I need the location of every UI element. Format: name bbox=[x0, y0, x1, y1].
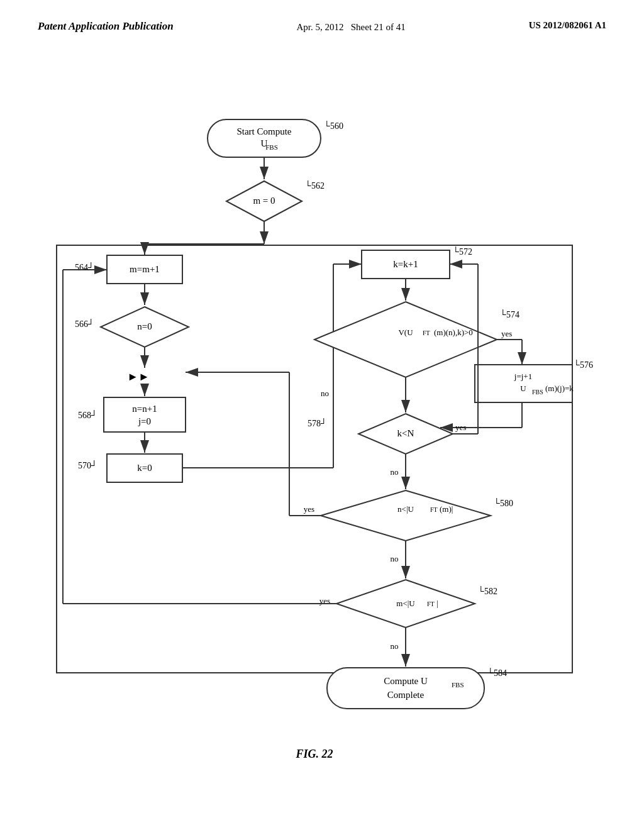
svg-text:(m)|: (m)| bbox=[440, 504, 453, 514]
svg-text:no: no bbox=[391, 467, 399, 477]
svg-text:m<|U: m<|U bbox=[396, 599, 415, 608]
svg-rect-25 bbox=[104, 397, 186, 432]
svg-marker-67 bbox=[321, 490, 491, 541]
svg-text:FT: FT bbox=[423, 329, 430, 336]
svg-text:(m)(n),k)>0: (m)(n),k)>0 bbox=[434, 328, 473, 337]
svg-text:►►: ►► bbox=[127, 370, 150, 383]
page-header: Patent Application Publication Apr. 5, 2… bbox=[0, 0, 644, 35]
svg-text:yes: yes bbox=[304, 504, 314, 514]
patent-number: US 2012/082061 A1 bbox=[529, 20, 606, 31]
svg-text:yes: yes bbox=[501, 329, 512, 338]
publication-date: Apr. 5, 2012 bbox=[296, 22, 343, 32]
svg-text:k=k+1: k=k+1 bbox=[393, 259, 418, 269]
svg-text:└562: └562 bbox=[305, 180, 325, 191]
svg-text:└574: └574 bbox=[500, 309, 519, 319]
svg-text:V(U: V(U bbox=[398, 328, 413, 337]
svg-text:m=m+1: m=m+1 bbox=[130, 264, 160, 274]
svg-text:570┘: 570┘ bbox=[78, 460, 97, 470]
sheet-number: Sheet 21 of 41 bbox=[351, 22, 406, 32]
svg-text:FBS: FBS bbox=[265, 143, 278, 151]
svg-text:568┘: 568┘ bbox=[78, 410, 97, 420]
svg-text:no: no bbox=[391, 641, 399, 651]
svg-text:└560: └560 bbox=[324, 121, 343, 131]
svg-text:Compute U: Compute U bbox=[384, 676, 428, 686]
svg-text:FBS: FBS bbox=[452, 681, 464, 689]
svg-text:j=j+1: j=j+1 bbox=[514, 372, 532, 381]
svg-text:n=0: n=0 bbox=[137, 321, 152, 331]
svg-text:m = 0: m = 0 bbox=[253, 196, 275, 206]
svg-text:FBS: FBS bbox=[532, 389, 543, 396]
svg-text:564┘: 564┘ bbox=[75, 262, 94, 272]
svg-text:j=0: j=0 bbox=[138, 416, 151, 426]
svg-text:yes: yes bbox=[455, 423, 466, 432]
svg-text:└582: └582 bbox=[478, 586, 497, 596]
svg-text:└576: └576 bbox=[574, 360, 593, 370]
svg-text:|: | bbox=[436, 599, 438, 608]
svg-text:no: no bbox=[321, 389, 329, 398]
svg-text:n<|U: n<|U bbox=[397, 504, 414, 514]
svg-text:FT: FT bbox=[427, 600, 435, 607]
flowchart-diagram: Start Compute U FBS └560 m = 0 └562 m=m+… bbox=[0, 75, 644, 817]
svg-text:└580: └580 bbox=[494, 498, 513, 508]
svg-text:n=n+1: n=n+1 bbox=[132, 404, 157, 414]
svg-text:FT: FT bbox=[430, 506, 438, 513]
svg-text:FIG. 22: FIG. 22 bbox=[295, 748, 333, 760]
svg-text:566┘: 566┘ bbox=[75, 319, 94, 329]
svg-text:(m)(j)=k: (m)(j)=k bbox=[545, 384, 574, 393]
svg-text:Start Compute: Start Compute bbox=[236, 126, 291, 136]
publication-title: Patent Application Publication bbox=[38, 20, 174, 33]
svg-marker-40 bbox=[314, 302, 497, 377]
svg-text:U: U bbox=[520, 384, 526, 393]
svg-text:k=0: k=0 bbox=[137, 463, 152, 473]
svg-text:no: no bbox=[391, 554, 399, 563]
svg-text:578┘: 578┘ bbox=[308, 418, 327, 428]
svg-text:Complete: Complete bbox=[387, 690, 425, 700]
header-center: Apr. 5, 2012 Sheet 21 of 41 bbox=[296, 20, 405, 35]
svg-text:k<N: k<N bbox=[397, 428, 414, 438]
svg-text:└572: └572 bbox=[453, 246, 472, 257]
svg-text:└584: └584 bbox=[487, 668, 507, 678]
